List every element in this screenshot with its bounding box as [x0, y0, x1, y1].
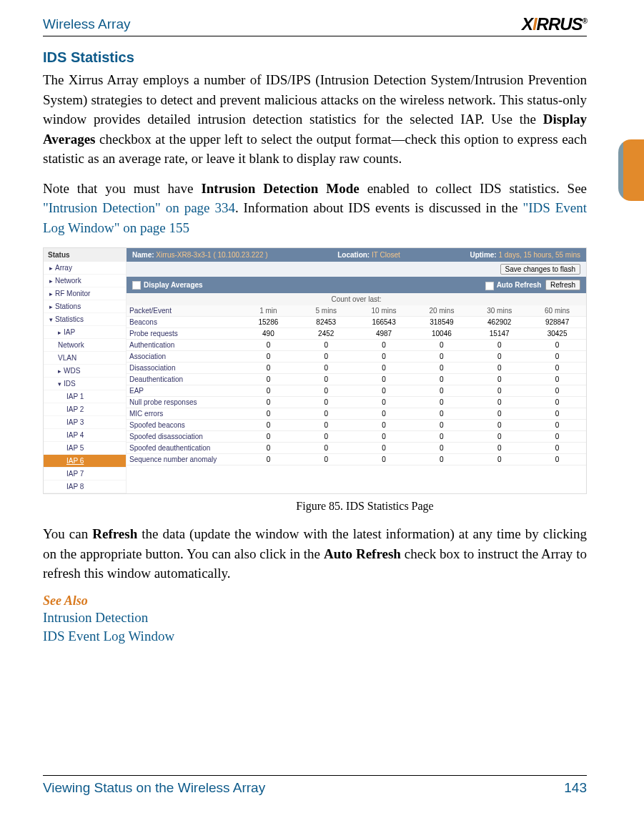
- row-value: 10046: [412, 328, 470, 340]
- count-over-last-label: Count over last:: [127, 293, 586, 305]
- nav-iap4[interactable]: IAP 4: [44, 429, 126, 442]
- row-value: 0: [528, 363, 586, 374]
- table-header: 20 mins: [412, 305, 470, 317]
- row-value: 0: [355, 397, 413, 408]
- table-row: MIC errors000000: [127, 408, 586, 420]
- row-value: 0: [412, 363, 470, 374]
- row-value: 0: [297, 408, 355, 420]
- row-value: 318549: [412, 317, 470, 328]
- row-value: 0: [412, 397, 470, 408]
- row-label: Sequence number anomaly: [127, 454, 239, 465]
- nav-iap6[interactable]: IAP 6: [44, 455, 126, 468]
- row-value: 0: [528, 431, 586, 443]
- row-value: 15286: [239, 317, 297, 328]
- row-value: 0: [470, 454, 528, 465]
- row-value: 0: [239, 454, 297, 465]
- row-value: 0: [470, 363, 528, 374]
- row-value: 462902: [470, 317, 528, 328]
- nav-network[interactable]: ▸Network: [44, 275, 126, 287]
- row-value: 82453: [297, 317, 355, 328]
- nav-stations[interactable]: ▸Stations: [44, 300, 126, 313]
- row-value: 0: [355, 385, 413, 397]
- nav-statistics[interactable]: ▾Statistics: [44, 313, 126, 326]
- table-row: Deauthentication000000: [127, 374, 586, 385]
- row-value: 0: [528, 443, 586, 454]
- table-header: 60 mins: [528, 305, 586, 317]
- nav-iap7[interactable]: IAP 7: [44, 468, 126, 481]
- display-averages-checkbox[interactable]: [132, 281, 141, 290]
- paragraph-3: You can Refresh the data (update the win…: [43, 524, 587, 583]
- row-value: 0: [412, 385, 470, 397]
- row-value: 0: [355, 431, 413, 443]
- nav-iap3[interactable]: IAP 3: [44, 416, 126, 429]
- link-intrusion-detection[interactable]: "Intrusion Detection" on page 334: [43, 200, 235, 215]
- row-value: 0: [297, 420, 355, 431]
- table-row: Disassociation000000: [127, 363, 586, 374]
- row-value: 0: [355, 443, 413, 454]
- row-value: 0: [470, 351, 528, 363]
- nav-rfmonitor[interactable]: ▸RF Monitor: [44, 287, 126, 300]
- refresh-button[interactable]: Refresh: [545, 280, 580, 290]
- nav-array[interactable]: ▸Array: [44, 262, 126, 275]
- row-value: 30425: [528, 328, 586, 340]
- table-header: 10 mins: [355, 305, 413, 317]
- see-also-link-2[interactable]: IDS Event Log Window: [43, 627, 587, 646]
- row-value: 0: [470, 385, 528, 397]
- nav-network2[interactable]: Network: [44, 339, 126, 352]
- paragraph-2: Note that you must have Intrusion Detect…: [43, 179, 587, 238]
- row-value: 0: [412, 408, 470, 420]
- row-value: 0: [239, 431, 297, 443]
- row-value: 0: [412, 454, 470, 465]
- ids-stats-table: Packet/Event1 min5 mins10 mins20 mins30 …: [127, 305, 586, 465]
- see-also-link-1[interactable]: Intrusion Detection: [43, 608, 587, 627]
- nav-iap1[interactable]: IAP 1: [44, 390, 126, 403]
- table-row: Beacons152868245316654331854946290292884…: [127, 317, 586, 328]
- row-label: Authentication: [127, 340, 239, 351]
- row-value: 928847: [528, 317, 586, 328]
- row-value: 0: [412, 351, 470, 363]
- row-value: 0: [528, 408, 586, 420]
- row-value: 0: [355, 454, 413, 465]
- paragraph-1: The Xirrus Array employs a number of IDS…: [43, 70, 587, 169]
- footer-section: Viewing Status on the Wireless Array: [43, 780, 265, 796]
- row-label: Spoofed beacons: [127, 420, 239, 431]
- nav-wds[interactable]: ▸WDS: [44, 365, 126, 378]
- row-value: 0: [355, 363, 413, 374]
- auto-refresh-checkbox[interactable]: [485, 282, 494, 290]
- table-row: Authentication000000: [127, 340, 586, 351]
- row-label: Probe requests: [127, 328, 239, 340]
- row-label: Beacons: [127, 317, 239, 328]
- row-label: Null probe responses: [127, 397, 239, 408]
- row-value: 0: [297, 385, 355, 397]
- sidebar-nav: Status ▸Array ▸Network ▸RF Monitor ▸Stat…: [44, 248, 127, 493]
- row-value: 0: [297, 374, 355, 385]
- row-value: 0: [528, 454, 586, 465]
- save-changes-button[interactable]: Save changes to flash: [500, 264, 580, 275]
- row-label: Deauthentication: [127, 374, 239, 385]
- row-value: 0: [412, 420, 470, 431]
- side-tab-decoration: [618, 139, 644, 201]
- nav-iap[interactable]: ▸IAP: [44, 326, 126, 339]
- row-value: 166543: [355, 317, 413, 328]
- row-value: 0: [528, 397, 586, 408]
- table-header: Packet/Event: [127, 305, 239, 317]
- row-value: 0: [239, 374, 297, 385]
- row-value: 0: [297, 363, 355, 374]
- row-value: 0: [528, 374, 586, 385]
- row-label: Spoofed deauthentication: [127, 443, 239, 454]
- nav-iap2[interactable]: IAP 2: [44, 403, 126, 416]
- nav-iap8[interactable]: IAP 8: [44, 481, 126, 493]
- row-value: 0: [239, 420, 297, 431]
- row-value: 15147: [470, 328, 528, 340]
- row-value: 0: [412, 340, 470, 351]
- nav-vlan[interactable]: VLAN: [44, 352, 126, 365]
- nav-iap5[interactable]: IAP 5: [44, 442, 126, 455]
- row-value: 490: [239, 328, 297, 340]
- page-footer: Viewing Status on the Wireless Array 143: [43, 775, 587, 796]
- row-value: 0: [470, 340, 528, 351]
- row-value: 0: [355, 374, 413, 385]
- figure-caption: Figure 85. IDS Statistics Page: [143, 500, 587, 513]
- nav-ids[interactable]: ▾IDS: [44, 378, 126, 390]
- table-row: Null probe responses000000: [127, 397, 586, 408]
- row-value: 0: [239, 397, 297, 408]
